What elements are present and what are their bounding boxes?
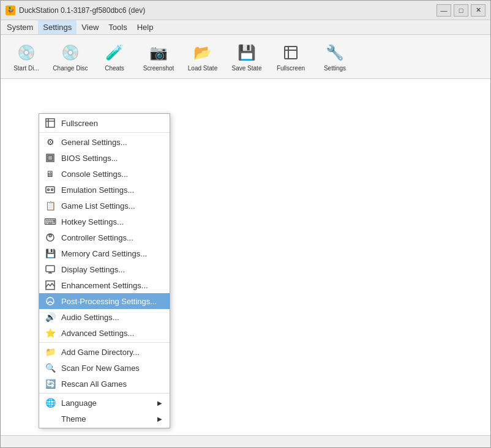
svg-point-8 [49, 234, 51, 237]
menu-enhancement-settings[interactable]: Enhancement Settings... [39, 277, 170, 293]
toolbar-change-disc[interactable]: 💿 Change Disc [50, 37, 91, 77]
toolbar-start-disc[interactable]: 💿 Start Di... [6, 37, 47, 77]
maximize-button[interactable]: □ [454, 4, 468, 17]
enhancement-settings-label: Enhancement Settings... [61, 281, 148, 290]
cheats-label: Cheats [105, 65, 124, 72]
menu-settings[interactable]: Settings [38, 20, 77, 34]
toolbar-cheats[interactable]: 🧪 Cheats [94, 37, 135, 77]
controller-settings-label: Controller Settings... [61, 233, 133, 242]
game-list-settings-icon: 📋 [44, 200, 56, 212]
advanced-settings-label: Advanced Settings... [61, 329, 134, 338]
svg-rect-0 [285, 47, 297, 59]
toolbar-save-state[interactable]: 💾 Save State [226, 37, 268, 77]
menu-game-list-settings[interactable]: 📋 Game List Settings... [39, 198, 170, 214]
general-settings-icon: ⚙ [44, 136, 56, 148]
toolbar: 💿 Start Di... 💿 Change Disc 🧪 Cheats 📷 S… [1, 35, 490, 79]
svg-point-5 [48, 189, 50, 191]
menu-post-processing-settings[interactable]: Post-Processing Settings... [39, 293, 170, 309]
start-disc-label: Start Di... [13, 65, 39, 72]
display-settings-label: Display Settings... [61, 265, 125, 274]
add-game-directory-icon: 📁 [44, 346, 56, 358]
menu-theme[interactable]: Theme ▶ [39, 411, 170, 427]
menu-add-game-directory[interactable]: 📁 Add Game Directory... [39, 344, 170, 360]
audio-settings-label: Audio Settings... [61, 313, 119, 322]
menu-view[interactable]: View [77, 20, 103, 34]
add-game-directory-label: Add Game Directory... [61, 348, 140, 357]
rescan-all-games-icon: 🔄 [44, 378, 56, 390]
change-disc-icon: 💿 [59, 42, 81, 64]
fullscreen-menu-label: Fullscreen [61, 119, 98, 128]
separator-3 [39, 393, 170, 394]
load-state-icon: 📂 [192, 42, 214, 64]
post-processing-settings-label: Post-Processing Settings... [61, 297, 157, 306]
settings-dropdown: Fullscreen ⚙ General Settings... BIOS Se… [39, 113, 170, 428]
fullscreen-menu-icon [44, 117, 56, 129]
main-window: 🦆 DuckStation 0.1-3187-gf580dbc6 (dev) —… [0, 0, 491, 448]
hotkey-settings-icon: ⌨ [44, 215, 56, 228]
menu-system[interactable]: System [2, 20, 38, 34]
fullscreen-icon [280, 42, 302, 64]
enhancement-settings-icon [44, 279, 56, 291]
screenshot-label: Screenshot [143, 65, 174, 72]
scan-for-new-games-label: Scan For New Games [61, 364, 140, 373]
menu-rescan-all-games[interactable]: 🔄 Rescan All Games [39, 376, 170, 392]
emulation-settings-label: Emulation Settings... [61, 185, 134, 195]
theme-submenu-arrow: ▶ [157, 416, 162, 422]
toolbar-settings[interactable]: 🔧 Settings [314, 37, 356, 77]
theme-icon [44, 413, 56, 425]
screenshot-icon: 📷 [148, 42, 170, 64]
svg-rect-1 [46, 119, 54, 127]
save-state-label: Save State [232, 65, 262, 72]
close-button[interactable]: ✕ [471, 4, 485, 17]
advanced-settings-icon: ⭐ [44, 327, 56, 339]
console-settings-label: Console Settings... [61, 170, 128, 179]
language-submenu-arrow: ▶ [157, 400, 162, 406]
memory-card-settings-label: Memory Card Settings... [61, 249, 147, 258]
menu-scan-for-new-games[interactable]: 🔍 Scan For New Games [39, 360, 170, 376]
separator-1 [39, 132, 170, 133]
app-icon: 🦆 [6, 6, 15, 15]
start-disc-icon: 💿 [15, 42, 37, 64]
load-state-label: Load State [188, 65, 217, 72]
post-processing-settings-icon [44, 295, 56, 307]
svg-rect-9 [46, 266, 54, 272]
menu-advanced-settings[interactable]: ⭐ Advanced Settings... [39, 325, 170, 341]
change-disc-label: Change Disc [53, 65, 88, 72]
menu-bios-settings[interactable]: BIOS Settings... [39, 150, 170, 166]
menu-emulation-settings[interactable]: Emulation Settings... [39, 182, 170, 198]
bios-settings-label: BIOS Settings... [61, 154, 118, 163]
settings-toolbar-icon: 🔧 [324, 42, 346, 64]
window-controls: — □ ✕ [437, 4, 485, 17]
separator-2 [39, 342, 170, 343]
rescan-all-games-label: Rescan All Games [61, 379, 127, 389]
menu-general-settings[interactable]: ⚙ General Settings... [39, 134, 170, 150]
cheats-icon: 🧪 [103, 42, 126, 64]
general-settings-label: General Settings... [61, 138, 127, 147]
save-state-icon: 💾 [236, 42, 258, 64]
menu-audio-settings[interactable]: 🔊 Audio Settings... [39, 309, 170, 325]
menu-fullscreen[interactable]: Fullscreen [39, 115, 170, 131]
language-icon: 🌐 [44, 397, 56, 409]
menu-help[interactable]: Help [132, 20, 159, 34]
window-title: DuckStation 0.1-3187-gf580dbc6 (dev) [19, 6, 437, 15]
main-content: Fullscreen ⚙ General Settings... BIOS Se… [1, 79, 490, 435]
menu-console-settings[interactable]: 🖥 Console Settings... [39, 166, 170, 182]
controller-settings-icon [44, 231, 56, 244]
menu-display-settings[interactable]: Display Settings... [39, 261, 170, 277]
menu-controller-settings[interactable]: Controller Settings... [39, 230, 170, 245]
toolbar-fullscreen[interactable]: Fullscreen [270, 37, 312, 77]
menu-memory-card-settings[interactable]: 💾 Memory Card Settings... [39, 245, 170, 261]
toolbar-load-state[interactable]: 📂 Load State [182, 37, 223, 77]
menu-tools[interactable]: Tools [103, 20, 132, 34]
menu-language[interactable]: 🌐 Language ▶ [39, 395, 170, 411]
menu-hotkey-settings[interactable]: ⌨ Hotkey Settings... [39, 214, 170, 230]
audio-settings-icon: 🔊 [44, 311, 56, 323]
theme-label: Theme [61, 414, 86, 424]
menu-bar: System Settings View Tools Help [1, 20, 490, 35]
svg-point-11 [47, 297, 54, 305]
hotkey-settings-label: Hotkey Settings... [61, 217, 124, 226]
svg-rect-3 [48, 155, 53, 160]
minimize-button[interactable]: — [437, 4, 451, 17]
toolbar-screenshot[interactable]: 📷 Screenshot [138, 37, 179, 77]
memory-card-settings-icon: 💾 [44, 247, 56, 259]
